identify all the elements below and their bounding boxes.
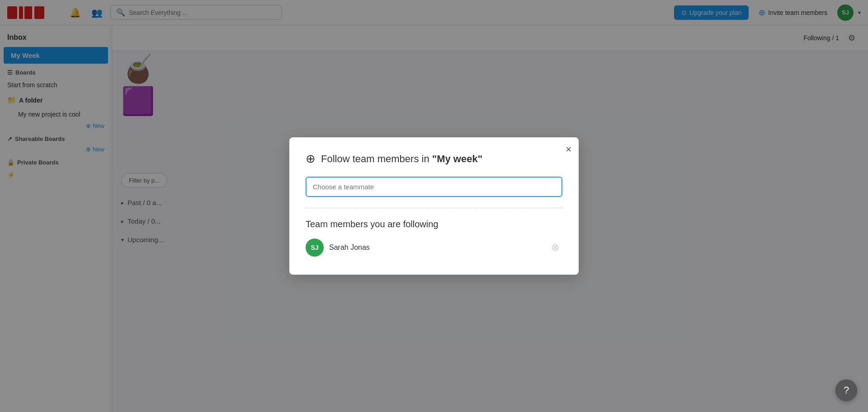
member-name: Sarah Jonas [329,243,542,252]
help-button[interactable]: ? [835,379,857,401]
following-section-title: Team members you are following [306,219,562,229]
modal-close-button[interactable]: × [566,145,571,154]
follow-teammates-modal: × ⊕ Follow team members in "My week" Tea… [289,137,579,275]
member-avatar: SJ [306,239,324,257]
modal-divider [306,208,562,208]
modal-title: ⊕ Follow team members in "My week" [306,152,562,166]
teammate-input[interactable] [306,177,562,197]
modal-overlay[interactable]: × ⊕ Follow team members in "My week" Tea… [0,0,868,412]
member-remove-button[interactable]: ⊗ [548,240,562,255]
modal-title-icon: ⊕ [306,152,316,166]
member-row: SJ Sarah Jonas ⊗ [306,239,562,257]
